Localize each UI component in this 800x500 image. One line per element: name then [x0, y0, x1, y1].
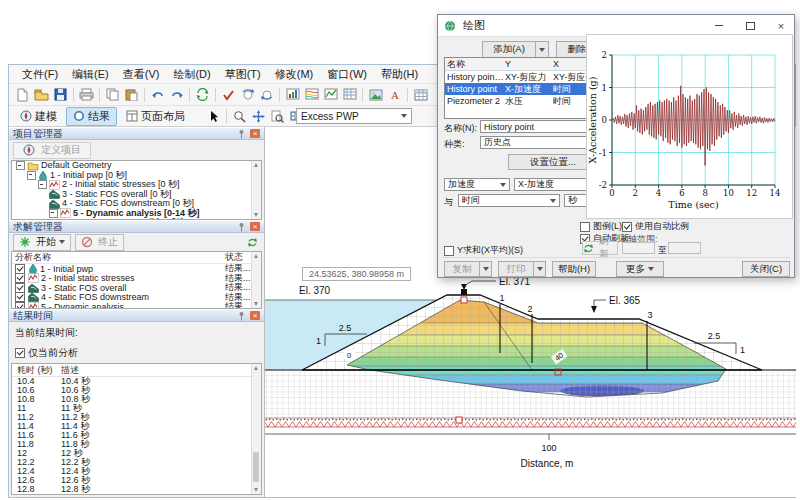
minimize-button[interactable] [706, 15, 732, 36]
pan-icon[interactable] [249, 108, 268, 125]
result-times-table[interactable]: 耗时 (秒)描述10.410.4 秒10.610.6 秒10.810.8 秒11… [11, 363, 262, 495]
draw-graph-3-icon[interactable] [321, 86, 340, 103]
solve-list-row[interactable]: 4 - Static FOS downstream结果... [12, 293, 261, 303]
paste-icon[interactable] [122, 86, 141, 103]
result-time-row[interactable]: 10.810.8 秒 [12, 395, 261, 404]
collapse-icon[interactable] [38, 180, 47, 189]
start-solve-button[interactable]: 开始 [13, 234, 71, 251]
font-icon[interactable]: A [385, 86, 404, 103]
vertical-scrollbar[interactable] [251, 252, 261, 308]
zoom-window-icon[interactable] [230, 108, 249, 125]
pin-icon[interactable] [237, 222, 247, 232]
solve-list-row[interactable]: 1 - Initial pwp结果... [12, 264, 261, 274]
result-time-row[interactable]: 11.211.2 秒 [12, 413, 261, 422]
image-icon[interactable] [366, 86, 385, 103]
undo-icon[interactable] [148, 86, 167, 103]
solve-list-row[interactable]: 3 - Static FOS overall结果... [12, 283, 261, 293]
solve-list-row[interactable]: 5 - Dynamic analysis结果... [12, 302, 261, 309]
result-time-row[interactable]: 12.412.4 秒 [12, 467, 261, 476]
vertical-scrollbar[interactable] [251, 364, 261, 494]
column-y[interactable]: Y [505, 59, 553, 69]
print-dropdown[interactable] [533, 261, 546, 277]
print-button[interactable]: 打印 [498, 261, 534, 277]
graph-name-input[interactable]: History point [480, 120, 598, 133]
menu-window[interactable]: 窗口(W) [320, 66, 374, 83]
collapse-icon[interactable] [27, 171, 36, 180]
tree-item[interactable]: 6 - Post FOS overall [14 秒] [12, 218, 261, 220]
tab-results[interactable]: 结果 [66, 107, 117, 126]
menu-view[interactable]: 查看(V) [116, 66, 167, 83]
sync-icon[interactable] [193, 86, 212, 103]
close-icon[interactable]: × [250, 129, 260, 138]
cursor-icon[interactable] [204, 108, 223, 125]
column-description[interactable]: 描述 [61, 364, 261, 377]
column-elapsed[interactable]: 耗时 (秒) [12, 364, 61, 377]
redo-icon[interactable] [167, 86, 186, 103]
refresh-graph-button[interactable]: 刷新 [582, 241, 618, 255]
verify-icon[interactable] [219, 86, 238, 103]
contour-type-combo[interactable]: Excess PWP [296, 108, 412, 124]
define-project-button[interactable]: 定义项目 [13, 142, 91, 159]
menu-draw[interactable]: 绘制(D) [166, 66, 217, 83]
save-icon[interactable] [51, 86, 70, 103]
copy-button[interactable]: 复制 [444, 261, 480, 277]
add-graph-button[interactable]: 添加(A) [482, 41, 536, 58]
draw-graph-2-icon[interactable] [302, 86, 321, 103]
history-point-marker[interactable] [456, 417, 462, 423]
graph-list-table[interactable]: 名称YXHistory point ...XY-剪应力XY-剪应变History… [444, 57, 600, 119]
new-file-icon[interactable] [13, 86, 32, 103]
result-time-row[interactable]: 11.811.8 秒 [12, 440, 261, 449]
collapse-icon[interactable] [49, 209, 58, 218]
column-name[interactable]: 名称 [445, 58, 505, 71]
table-icon[interactable] [411, 86, 430, 103]
menu-sketch[interactable]: 草图(T) [218, 66, 268, 83]
graph-table-row[interactable]: Piezometer 2水压时间 [445, 95, 599, 107]
add-graph-dropdown[interactable] [535, 41, 549, 58]
checkbox-icon[interactable] [15, 292, 25, 302]
result-time-row[interactable]: 12.212.2 秒 [12, 458, 261, 467]
orbit-left-icon[interactable] [238, 86, 257, 103]
menu-file[interactable]: 文件(F) [15, 66, 65, 83]
set-location-button[interactable]: 设置位置... [508, 154, 598, 170]
analysis-tree[interactable]: Default Geometry1 - Initial pwp [0 秒]2 -… [11, 160, 262, 220]
result-time-row[interactable]: 11.611.6 秒 [12, 431, 261, 440]
zoom-page-icon[interactable] [268, 108, 287, 125]
column-analysis-name[interactable]: 分析名称 [15, 251, 225, 264]
refresh-icon[interactable] [247, 237, 258, 248]
close-button[interactable]: × [768, 15, 794, 36]
range-from-input[interactable] [622, 242, 655, 254]
collapse-icon[interactable] [16, 161, 25, 170]
tab-define[interactable]: 建模 [13, 107, 64, 126]
draw-graph-4-icon[interactable] [340, 86, 359, 103]
close-icon[interactable]: × [250, 222, 260, 231]
kind-select[interactable]: 历史点 [480, 136, 598, 149]
maximize-button[interactable] [737, 15, 763, 36]
menu-modify[interactable]: 修改(M) [268, 66, 321, 83]
menu-edit[interactable]: 编辑(E) [65, 66, 116, 83]
menu-help[interactable]: 帮助(H) [374, 66, 425, 83]
solve-list-row[interactable]: 2 - Initial static stresses结果... [12, 274, 261, 284]
sum-y-average-x-checkbox[interactable]: Y求和(X平均)(S) [444, 244, 523, 257]
pin-icon[interactable] [237, 129, 247, 139]
draw-graph-1-icon[interactable] [283, 86, 302, 103]
result-time-row[interactable]: 1212 秒 [12, 449, 261, 458]
help-button[interactable]: 帮助(H) [552, 261, 596, 277]
result-time-row[interactable]: 12.612.6 秒 [12, 476, 261, 485]
autoscale-checkbox[interactable]: 使用自动比例 [622, 220, 689, 233]
result-time-row[interactable]: 10.410.4 秒 [12, 377, 261, 386]
result-time-row[interactable]: 10.610.6 秒 [12, 386, 261, 395]
more-button[interactable]: 更多 [616, 261, 664, 277]
result-time-row[interactable]: 11.411.4 秒 [12, 422, 261, 431]
open-file-icon[interactable] [32, 86, 51, 103]
graph-table-row[interactable]: History point ...XY-剪应力XY-剪应变 [445, 71, 599, 83]
tab-page-layout[interactable]: 页面布局 [119, 107, 192, 126]
copy-icon[interactable] [103, 86, 122, 103]
checkbox-icon[interactable] [15, 302, 25, 309]
y-kind-select[interactable]: 加速度 [444, 178, 510, 191]
copy-dropdown[interactable] [479, 261, 492, 277]
analysis-status-list[interactable]: 分析名称状态1 - Initial pwp结果...2 - Initial st… [11, 251, 262, 309]
history-point-marker[interactable] [461, 297, 467, 303]
result-time-row[interactable]: 1313 秒 [12, 494, 261, 495]
graph-table-row[interactable]: History pointX-加速度时间 [445, 83, 599, 95]
stop-solve-button[interactable]: 终止 [75, 234, 124, 251]
